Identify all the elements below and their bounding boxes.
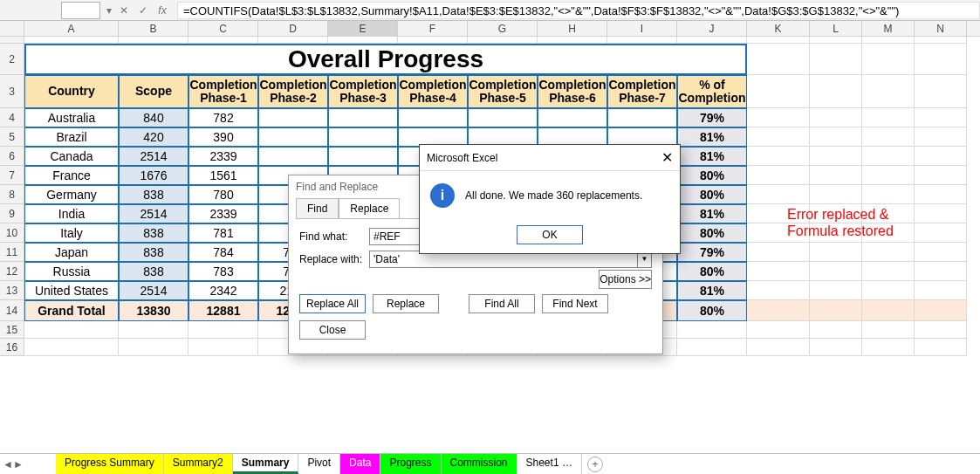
- cell-phase[interactable]: [468, 108, 538, 127]
- options-button[interactable]: Options >>: [599, 270, 652, 289]
- cancel-formula-icon[interactable]: ✕: [114, 4, 134, 17]
- cell-phase[interactable]: 781: [188, 223, 258, 243]
- row-header[interactable]: 11: [0, 243, 24, 262]
- column-header[interactable]: A: [24, 21, 119, 36]
- row-header[interactable]: 12: [0, 262, 24, 281]
- replace-all-button[interactable]: Replace All: [299, 294, 366, 313]
- close-button[interactable]: Close: [299, 320, 366, 340]
- cell-phase[interactable]: [258, 147, 328, 166]
- cell[interactable]: [468, 37, 538, 44]
- cell[interactable]: [810, 281, 862, 300]
- formula-input[interactable]: =COUNTIFS(Data!$L$3:$L$13832,Summary!$A1…: [177, 2, 980, 19]
- cell[interactable]: [24, 321, 119, 339]
- cell[interactable]: [915, 339, 967, 356]
- cell[interactable]: [915, 166, 967, 185]
- tab-nav-prev-icon[interactable]: ◄: [0, 458, 10, 471]
- column-header[interactable]: C: [188, 21, 258, 36]
- cell-phase[interactable]: 784: [188, 243, 258, 262]
- cell[interactable]: [862, 339, 915, 356]
- column-header[interactable]: J: [677, 21, 747, 36]
- column-header[interactable]: G: [468, 21, 538, 36]
- column-header[interactable]: N: [915, 21, 967, 36]
- cell-phase[interactable]: 1561: [188, 166, 258, 185]
- row-header[interactable]: 4: [0, 108, 24, 127]
- replace-button[interactable]: Replace: [373, 294, 439, 313]
- row-header[interactable]: 9: [0, 204, 24, 223]
- cell[interactable]: [810, 75, 862, 108]
- cell[interactable]: [747, 281, 810, 300]
- cell-country[interactable]: Brazil: [24, 127, 119, 147]
- tab-nav-next-icon[interactable]: ►: [10, 458, 21, 471]
- cell-scope[interactable]: 2514: [119, 204, 188, 223]
- column-header[interactable]: D: [258, 21, 328, 36]
- cell-scope[interactable]: 838: [119, 262, 188, 281]
- cell[interactable]: [810, 108, 862, 127]
- row-header[interactable]: 16: [0, 339, 24, 356]
- cell[interactable]: [328, 37, 398, 44]
- cell-phase[interactable]: [538, 108, 607, 127]
- cell[interactable]: [677, 321, 747, 339]
- column-header[interactable]: I: [607, 21, 677, 36]
- cell[interactable]: [915, 281, 967, 300]
- cell[interactable]: [915, 37, 967, 44]
- row-header[interactable]: 5: [0, 127, 24, 147]
- cell[interactable]: [915, 204, 967, 223]
- cell-scope[interactable]: 2514: [119, 281, 188, 300]
- cell[interactable]: [862, 147, 915, 166]
- tab-find[interactable]: Find: [296, 198, 339, 218]
- cell[interactable]: [862, 44, 915, 75]
- cell[interactable]: [862, 300, 915, 321]
- cell[interactable]: [747, 262, 810, 281]
- cell[interactable]: [862, 281, 915, 300]
- cell-pct[interactable]: 79%: [677, 243, 747, 262]
- sheet-tab[interactable]: Summary2: [164, 454, 233, 474]
- cell[interactable]: [24, 37, 119, 44]
- sheet-tab[interactable]: Progress: [380, 454, 441, 474]
- cell[interactable]: [810, 185, 862, 204]
- fx-icon[interactable]: fx: [153, 4, 172, 17]
- cell-pct[interactable]: 81%: [677, 204, 747, 223]
- cell-phase[interactable]: 782: [188, 108, 258, 127]
- find-all-button[interactable]: Find All: [469, 294, 535, 313]
- cell-phase[interactable]: 2339: [188, 147, 258, 166]
- column-header[interactable]: L: [810, 21, 862, 36]
- cell[interactable]: [862, 262, 915, 281]
- cell-phase[interactable]: [258, 108, 328, 127]
- cell-phase[interactable]: [328, 127, 398, 147]
- sheet-tab[interactable]: Summary: [233, 454, 299, 474]
- cell[interactable]: [862, 243, 915, 262]
- cell[interactable]: [810, 127, 862, 147]
- column-header[interactable]: E: [328, 21, 398, 36]
- sheet-tab[interactable]: Commission: [442, 454, 517, 474]
- select-all-corner[interactable]: [0, 21, 24, 36]
- cell[interactable]: [747, 37, 810, 44]
- cell[interactable]: [119, 339, 188, 356]
- row-header[interactable]: 13: [0, 281, 24, 300]
- sheet-tab[interactable]: Sheet1 …: [517, 454, 582, 474]
- cell[interactable]: [538, 37, 607, 44]
- cell[interactable]: [677, 339, 747, 356]
- cell-phase[interactable]: 390: [188, 127, 258, 147]
- column-header[interactable]: K: [747, 21, 810, 36]
- cell[interactable]: [747, 321, 810, 339]
- cell-country[interactable]: Australia: [24, 108, 119, 127]
- cell-phase[interactable]: 2339: [188, 204, 258, 223]
- row-header[interactable]: 6: [0, 147, 24, 166]
- cell-pct[interactable]: 80%: [677, 223, 747, 243]
- cell-phase[interactable]: 780: [188, 185, 258, 204]
- cell[interactable]: [862, 321, 915, 339]
- cell-country[interactable]: Japan: [24, 243, 119, 262]
- cell[interactable]: [862, 75, 915, 108]
- cell[interactable]: [188, 37, 258, 44]
- name-box[interactable]: [61, 2, 100, 19]
- ok-button[interactable]: OK: [517, 225, 582, 244]
- cell[interactable]: [915, 300, 967, 321]
- cell[interactable]: [258, 37, 328, 44]
- cell-pct[interactable]: 81%: [677, 147, 747, 166]
- cell[interactable]: [747, 166, 810, 185]
- cell[interactable]: [810, 262, 862, 281]
- cell[interactable]: [398, 37, 468, 44]
- sheet-tab[interactable]: Progress Summary: [56, 454, 164, 474]
- cell-phase[interactable]: 12881: [188, 300, 258, 321]
- new-sheet-button[interactable]: +: [587, 457, 603, 472]
